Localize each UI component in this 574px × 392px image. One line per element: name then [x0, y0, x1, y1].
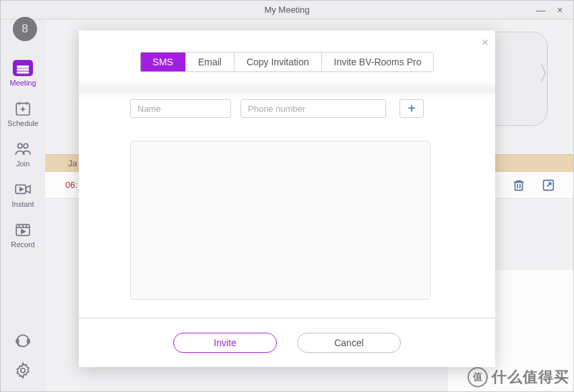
modal-body: +	[79, 99, 495, 317]
invite-button[interactable]: Invite	[173, 333, 277, 353]
watermark: 值 什么值得买	[468, 367, 569, 387]
watermark-text: 什么值得买	[492, 367, 569, 387]
tab-copy-invitation[interactable]: Copy Invitation	[234, 53, 322, 71]
cancel-button[interactable]: Cancel	[297, 333, 401, 353]
tab-email[interactable]: Email	[186, 53, 234, 71]
add-button[interactable]: +	[400, 99, 424, 118]
recipients-list	[130, 141, 430, 300]
tab-sms[interactable]: SMS	[141, 53, 186, 71]
modal-footer: Invite Cancel	[79, 317, 495, 367]
app-window: My Meeting — × 8 Meeting Schedule Join	[0, 0, 574, 392]
watermark-badge: 值	[468, 367, 488, 387]
modal-close-icon[interactable]: ×	[481, 36, 488, 50]
plus-icon: +	[408, 101, 416, 117]
input-row: +	[130, 99, 444, 118]
phone-input[interactable]	[241, 99, 386, 118]
name-input[interactable]	[130, 99, 231, 118]
invite-modal: × SMS Email Copy Invitation Invite BV-Ro…	[79, 30, 495, 367]
modal-tabs: SMS Email Copy Invitation Invite BV-Room…	[140, 52, 435, 72]
tab-shadow	[79, 79, 495, 99]
tab-invite-rooms[interactable]: Invite BV-Rooms Pro	[322, 53, 434, 71]
